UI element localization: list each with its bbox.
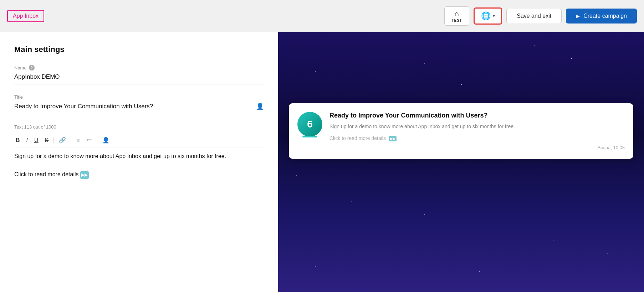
language-selector-button[interactable]: 🌐 ▾ bbox=[474, 7, 502, 25]
text-line1: Sign up for a demo to know more about Ap… bbox=[14, 152, 264, 161]
bold-button[interactable]: B bbox=[14, 136, 21, 144]
house-icon: ⌂ bbox=[455, 10, 459, 18]
title-field-row: Ready to Improve Your Communication with… bbox=[14, 103, 264, 114]
test-label: TEST bbox=[451, 19, 462, 22]
chevron-down-icon: ▾ bbox=[493, 14, 495, 19]
italic-button[interactable]: I bbox=[25, 136, 29, 144]
message-card-inner: 6 Ready to Improve Your Communication wi… bbox=[297, 112, 625, 141]
preview-background bbox=[278, 32, 644, 292]
toolbar-separator bbox=[53, 137, 54, 144]
text-content: Sign up for a demo to know more about Ap… bbox=[14, 152, 264, 179]
avatar-number: 6 bbox=[307, 119, 313, 130]
app-inbox-badge: App Inbox bbox=[7, 10, 44, 22]
left-panel: Main settings Name ? AppInbox DEMO Title… bbox=[0, 32, 278, 292]
text-field-group: Text 113 out of 1000 B I U S 🔗 ≡ ≔ 👤 Sig… bbox=[14, 124, 264, 179]
header: App Inbox ⌂ TEST 🌐 ▾ Save and exit ▶ Cre… bbox=[0, 0, 644, 32]
avatar-circle: 6 bbox=[297, 112, 322, 137]
text-counter: Text 113 out of 1000 bbox=[14, 124, 264, 130]
title-field-label: Title bbox=[14, 94, 264, 100]
preview-message-card: 6 Ready to Improve Your Communication wi… bbox=[289, 103, 633, 159]
message-body: Ready to Improve Your Communication with… bbox=[329, 112, 625, 141]
name-field-label: Name ? bbox=[14, 65, 264, 71]
name-field-group: Name ? AppInbox DEMO bbox=[14, 65, 264, 84]
toolbar-separator-2 bbox=[71, 137, 71, 144]
globe-icon: 🌐 bbox=[481, 11, 491, 21]
unordered-list-button[interactable]: ≔ bbox=[85, 136, 93, 144]
personalize-icon[interactable]: 👤 bbox=[256, 103, 264, 110]
link-button[interactable]: 🔗 bbox=[57, 136, 67, 144]
test-button[interactable]: ⌂ TEST bbox=[444, 6, 469, 26]
toolbar-separator-3 bbox=[97, 137, 97, 144]
title-label-text: Title bbox=[14, 94, 23, 100]
strikethrough-button[interactable]: S bbox=[44, 136, 50, 144]
preview-card-title: Ready to Improve Your Communication with… bbox=[329, 112, 625, 119]
play-icon: ▶ bbox=[576, 13, 580, 19]
title-field-group: Title Ready to Improve Your Communicatio… bbox=[14, 94, 264, 114]
forward-emoji-icon: ▶▶ bbox=[80, 171, 89, 179]
section-title: Main settings bbox=[14, 45, 264, 54]
underline-button[interactable]: U bbox=[33, 136, 40, 144]
text-toolbar: B I U S 🔗 ≡ ≔ 👤 bbox=[14, 133, 264, 147]
save-exit-button[interactable]: Save and exit bbox=[506, 9, 562, 23]
create-campaign-label: Create campaign bbox=[583, 13, 627, 19]
title-field-value: Ready to Improve Your Communication with… bbox=[14, 103, 256, 110]
preview-forward-icon: ▶▶ bbox=[389, 136, 397, 141]
name-help-icon[interactable]: ? bbox=[29, 65, 35, 71]
right-panel: 6 Ready to Improve Your Communication wi… bbox=[278, 32, 644, 292]
personalize-text-button[interactable]: 👤 bbox=[101, 136, 111, 144]
preview-card-text: Sign up for a demo to know more about Ap… bbox=[329, 123, 625, 130]
stars-decoration bbox=[278, 32, 644, 292]
create-campaign-button[interactable]: ▶ Create campaign bbox=[566, 9, 637, 24]
preview-card-time: Вчора, 10:03 bbox=[297, 145, 625, 150]
text-line2: Click to read more details ▶▶ bbox=[14, 170, 264, 179]
header-right: ⌂ TEST 🌐 ▾ Save and exit ▶ Create campai… bbox=[444, 6, 637, 26]
main-content: Main settings Name ? AppInbox DEMO Title… bbox=[0, 32, 644, 292]
text-counter-value: 113 out of 1000 bbox=[24, 124, 56, 130]
name-label-text: Name bbox=[14, 65, 27, 71]
ordered-list-button[interactable]: ≡ bbox=[75, 136, 81, 144]
preview-card-link: Click to read more details ▶▶ bbox=[329, 135, 625, 141]
text-label: Text bbox=[14, 124, 24, 130]
name-field-value: AppInbox DEMO bbox=[14, 73, 264, 84]
